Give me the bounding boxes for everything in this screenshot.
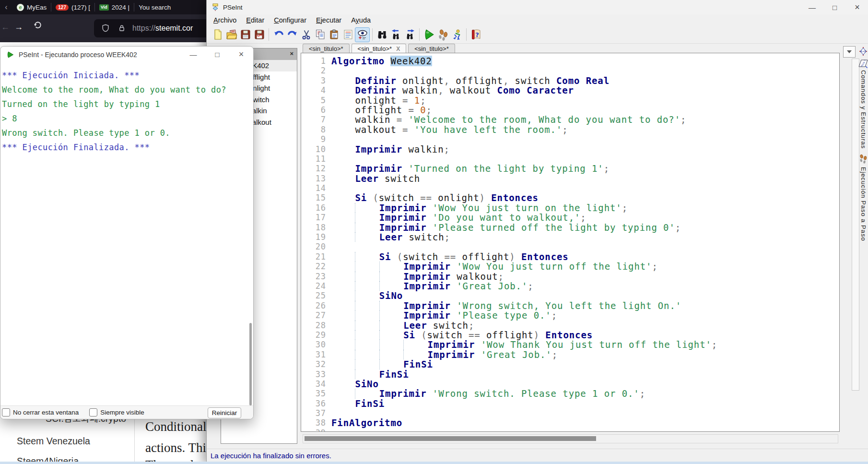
toolbar-separator: [372, 28, 373, 41]
minimize-icon[interactable]: —: [801, 0, 823, 14]
document-tab-bar: <sin_titulo>*<sin_titulo>*X<sin_titulo>*: [207, 43, 868, 53]
code-line: 37: [301, 408, 839, 418]
close-icon[interactable]: ×: [229, 47, 253, 62]
code-line: 9: [301, 134, 839, 144]
menu-ayuda[interactable]: Ayuda: [346, 15, 375, 25]
code-line: 24Imprimir 'Great Job.';: [301, 281, 839, 291]
code-line: 7walkin = 'Welcome to the room, What do …: [301, 115, 839, 124]
reload-icon[interactable]: [33, 20, 43, 33]
code-line: 30Imprimir 'Wow Thank You just turn off …: [301, 340, 839, 349]
title-bar[interactable]: PSeInt — □ ×: [207, 0, 868, 14]
console-output[interactable]: *** Ejecución Iniciada. ***Welcome to th…: [0, 62, 253, 406]
sidebar-label: Comandos y Estructuras: [860, 70, 867, 149]
toolbar-separator: [466, 28, 467, 41]
code-lines: 1Algoritmo Week40223Definir onlight, off…: [301, 53, 839, 432]
line-number: 12: [301, 164, 326, 173]
draw-flowchart-icon[interactable]: [450, 28, 464, 42]
scrollbar-thumb[interactable]: [305, 436, 596, 441]
code-editor[interactable]: 1Algoritmo Week40223Definir onlight, off…: [301, 53, 840, 432]
console-line: *** Ejecución Iniciada. ***: [2, 68, 253, 83]
restart-button[interactable]: Reiniciar: [208, 407, 241, 418]
maximize-icon[interactable]: □: [205, 47, 229, 62]
document-tab[interactable]: <sin_titulo>*: [303, 44, 350, 53]
save-icon[interactable]: [238, 28, 252, 42]
document-tab[interactable]: <sin_titulo>*X: [352, 44, 407, 53]
tab-label: <sin_titulo>*: [358, 45, 392, 52]
code-line: 23Imprimir walkout;: [301, 272, 839, 281]
line-number: 19: [301, 232, 326, 242]
code-line: 26Imprimir 'Wrong switch, You left the l…: [301, 301, 839, 310]
browser-tab[interactable]: You search: [134, 0, 175, 14]
sidebar-tab-step-execution[interactable]: Ejecución Paso a Paso: [858, 153, 868, 241]
find-previous-icon[interactable]: [389, 28, 403, 42]
browser-tab[interactable]: eMyEas: [12, 0, 51, 14]
menu-ejecutar[interactable]: Ejecutar: [311, 15, 346, 25]
browser-tab[interactable]: 127(127) [: [51, 0, 94, 14]
notification-badge: 127: [56, 4, 69, 11]
help-icon[interactable]: ?: [469, 28, 483, 42]
document-tab[interactable]: <sin_titulo>*: [408, 44, 455, 53]
console-title-bar[interactable]: PSeInt - Ejecutando proceso WEEK402 — □ …: [0, 47, 253, 62]
browser-tab[interactable]: Vid2024 |: [95, 0, 134, 14]
console-line: Welcome to the room, What do you want to…: [2, 83, 253, 97]
copy-icon[interactable]: [313, 28, 327, 42]
redo-icon[interactable]: [285, 28, 299, 42]
find-next-icon[interactable]: [403, 28, 417, 42]
window-title: PSeInt: [223, 4, 243, 11]
keep-open-checkbox[interactable]: [2, 408, 10, 416]
close-tab-icon[interactable]: X: [396, 46, 400, 52]
always-visible-checkbox[interactable]: [89, 408, 97, 416]
line-number: 36: [301, 399, 326, 408]
find-icon[interactable]: [375, 28, 389, 42]
tab-label: <sin_titulo>*: [309, 45, 343, 52]
code-line: 27Imprimir 'Please type 0.';: [301, 310, 839, 320]
open-file-icon[interactable]: [224, 28, 238, 42]
forward-icon[interactable]: →: [14, 22, 23, 32]
editor-horizontal-scrollbar[interactable]: [303, 434, 838, 443]
undo-icon[interactable]: [271, 28, 285, 42]
save-all-icon[interactable]: [252, 28, 266, 42]
flowchart-io-icon: 'Hola !': [858, 59, 868, 68]
menu-bar: ArchivoEditarConfigurarEjecutarAyuda: [207, 14, 868, 26]
menu-archivo[interactable]: Archivo: [209, 15, 241, 25]
code-line: 15Si (switch == onlight) Entonces: [301, 193, 839, 202]
footprints-icon: [858, 153, 868, 165]
run-icon[interactable]: [422, 28, 436, 42]
syntax-assist-icon[interactable]: [355, 27, 370, 42]
code-line: 1Algoritmo Week402: [301, 56, 839, 66]
url-bar[interactable]: https://steemit.cor: [94, 19, 209, 37]
pseint-app-icon: [211, 3, 219, 12]
close-icon[interactable]: ×: [846, 0, 868, 14]
browser-tabs: eMyEas127(127) [Vid2024 |You search: [12, 0, 175, 14]
sidebar-tab-commands[interactable]: A>B 'Hola !' Comandos y Estructuras: [858, 46, 868, 149]
line-number: 13: [301, 174, 326, 183]
close-panel-icon[interactable]: ×: [290, 50, 293, 57]
run-step-icon[interactable]: [436, 28, 450, 42]
line-number: 26: [301, 301, 326, 310]
code-line: 25SiNo: [301, 291, 839, 300]
shield-icon[interactable]: [101, 24, 110, 33]
line-number: 14: [301, 183, 326, 193]
menu-editar[interactable]: Editar: [241, 15, 269, 25]
maximize-icon[interactable]: □: [823, 0, 846, 14]
console-scrollbar[interactable]: [249, 323, 252, 405]
console-line: Wrong switch. Please type 1 or 0.: [2, 126, 253, 140]
back-icon[interactable]: ←: [1, 22, 10, 32]
line-number: 3: [301, 76, 326, 85]
line-number: 16: [301, 203, 326, 213]
tab-list-dropdown[interactable]: [843, 46, 856, 58]
paste-icon[interactable]: [327, 28, 341, 42]
list-item[interactable]: Steem Venezuela: [17, 436, 90, 447]
minimize-icon[interactable]: —: [181, 47, 205, 62]
code-line: 8walkout = 'You have left the room.';: [301, 125, 839, 134]
tab-overflow-back-icon[interactable]: ‹: [0, 3, 12, 12]
code-line: 21Si (switch == offlight) Entonces: [301, 252, 839, 262]
always-visible-label: Siempre visible: [100, 409, 144, 416]
source-view-icon[interactable]: [341, 28, 355, 42]
tab-label: You search: [139, 4, 171, 11]
new-file-icon[interactable]: [211, 28, 224, 42]
article-text: Conditional: [145, 419, 207, 434]
code-line: 19Leer switch;: [301, 232, 839, 242]
menu-configurar[interactable]: Configurar: [269, 15, 311, 25]
cut-icon[interactable]: [299, 28, 313, 42]
